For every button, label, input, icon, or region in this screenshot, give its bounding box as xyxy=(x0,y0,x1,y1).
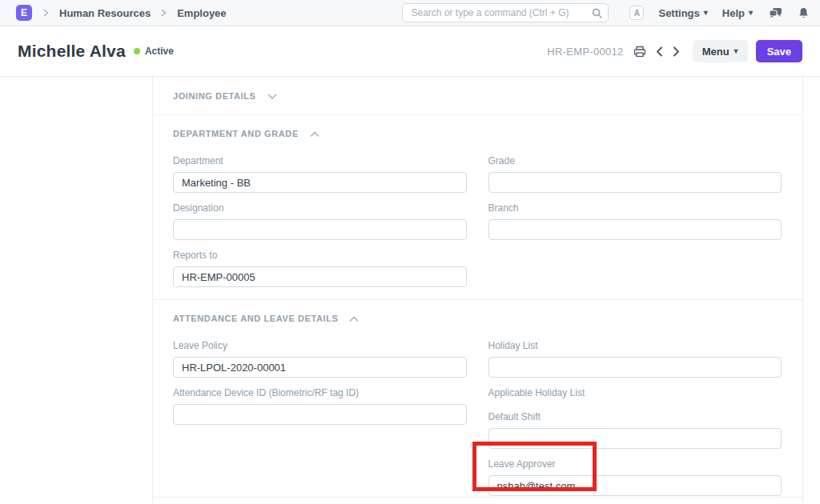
form-column-right: Holiday List Applicable Holiday List Def… xyxy=(488,340,782,504)
document-id: HR-EMP-00012 xyxy=(547,46,623,58)
prev-record-icon[interactable] xyxy=(656,46,663,57)
form-page: JOINING DETAILS DEPARTMENT AND GRADE Dep… xyxy=(0,76,820,504)
chevron-right-icon xyxy=(160,9,167,17)
field-label: Leave Policy xyxy=(173,340,467,351)
caret-down-icon: ▾ xyxy=(734,47,738,55)
field-applicable-holiday-list: Applicable Holiday List xyxy=(488,387,782,398)
user-avatar[interactable]: A xyxy=(629,6,644,20)
reports-to-input[interactable] xyxy=(173,266,467,287)
field-label: Default Shift xyxy=(488,411,782,422)
chevron-down-icon xyxy=(267,89,277,103)
page-title: Michelle Alva xyxy=(18,42,126,61)
form-column-right: Grade Branch xyxy=(488,155,782,297)
chat-icon[interactable] xyxy=(769,7,782,19)
field-label: Reports to xyxy=(173,250,467,261)
section-department-toggle[interactable]: DEPARTMENT AND GRADE xyxy=(173,126,782,141)
field-label: Applicable Holiday List xyxy=(488,387,782,398)
caret-down-icon: ▾ xyxy=(704,9,708,17)
field-leave-policy: Leave Policy xyxy=(173,340,467,378)
section-joining-details-toggle[interactable]: JOINING DETAILS xyxy=(173,89,277,103)
form-column-left: Department Designation Reports to xyxy=(173,155,467,297)
global-search xyxy=(402,3,609,22)
field-default-shift: Default Shift xyxy=(488,411,782,449)
field-leave-approver: Leave Approver xyxy=(488,458,782,496)
status-badge: Active xyxy=(134,46,174,57)
form-column-left: Leave Policy Attendance Device ID (Biome… xyxy=(173,340,467,504)
leave-approver-input[interactable] xyxy=(488,475,782,496)
field-designation: Designation xyxy=(173,202,467,240)
section-department-and-grade: DEPARTMENT AND GRADE Department Designat… xyxy=(153,115,802,300)
chevron-up-icon xyxy=(349,311,359,326)
designation-input[interactable] xyxy=(173,219,467,240)
navbar: E Human Resources Employee A Settings ▾ … xyxy=(0,0,820,26)
page-header: Michelle Alva Active HR-EMP-00012 Menu ▾… xyxy=(0,26,820,76)
field-label: Attendance Device ID (Biometric/RF tag I… xyxy=(173,387,467,398)
breadcrumb-item-doctype[interactable]: Employee xyxy=(177,7,226,19)
navbar-right: A Settings ▾ Help ▾ xyxy=(402,3,809,22)
section-title: ATTENDANCE AND LEAVE DETAILS xyxy=(173,314,338,323)
app-logo[interactable]: E xyxy=(16,5,32,21)
search-icon xyxy=(592,7,602,22)
print-icon[interactable] xyxy=(633,46,646,58)
section-title: DEPARTMENT AND GRADE xyxy=(173,129,299,138)
field-reports-to: Reports to xyxy=(173,250,467,287)
section-attendance-toggle[interactable]: ATTENDANCE AND LEAVE DETAILS xyxy=(173,311,782,326)
save-button[interactable]: Save xyxy=(756,40,802,62)
next-record-icon[interactable] xyxy=(673,46,680,57)
field-branch: Branch xyxy=(488,202,782,240)
field-attendance-device-id: Attendance Device ID (Biometric/RF tag I… xyxy=(173,387,467,425)
form-main-column: JOINING DETAILS DEPARTMENT AND GRADE Dep… xyxy=(152,77,803,504)
breadcrumb-item-module[interactable]: Human Resources xyxy=(59,7,151,19)
field-holiday-list: Holiday List xyxy=(488,340,782,378)
save-button-label: Save xyxy=(767,46,791,58)
field-label: Grade xyxy=(488,155,782,166)
chevron-right-icon xyxy=(42,9,50,17)
field-label: Designation xyxy=(173,202,467,214)
help-label: Help xyxy=(722,7,745,19)
settings-label: Settings xyxy=(658,7,699,19)
menu-button[interactable]: Menu ▾ xyxy=(693,40,748,62)
field-label: Department xyxy=(173,155,467,166)
field-department: Department xyxy=(173,155,467,193)
department-input[interactable] xyxy=(173,172,467,193)
field-grade: Grade xyxy=(488,155,782,193)
attendance-device-id-input[interactable] xyxy=(173,404,467,425)
section-attendance-and-leave: ATTENDANCE AND LEAVE DETAILS Leave Polic… xyxy=(153,300,802,498)
field-label: Leave Approver xyxy=(488,458,782,470)
default-shift-input[interactable] xyxy=(488,428,782,449)
branch-input[interactable] xyxy=(488,219,782,240)
section-title: JOINING DETAILS xyxy=(173,91,256,101)
status-dot-icon xyxy=(134,48,140,54)
settings-menu[interactable]: Settings ▾ xyxy=(658,7,707,19)
leave-policy-input[interactable] xyxy=(173,357,467,378)
help-menu[interactable]: Help ▾ xyxy=(722,7,753,19)
search-input[interactable] xyxy=(402,3,609,22)
grade-input[interactable] xyxy=(488,172,782,193)
breadcrumb: Human Resources Employee xyxy=(42,7,227,19)
caret-down-icon: ▾ xyxy=(749,9,753,17)
menu-button-label: Menu xyxy=(702,46,730,58)
header-actions: HR-EMP-00012 Menu ▾ Save xyxy=(547,40,802,62)
status-label: Active xyxy=(145,46,174,57)
field-label: Holiday List xyxy=(488,340,782,351)
field-label: Branch xyxy=(488,202,782,214)
section-joining-details: JOINING DETAILS xyxy=(153,77,802,115)
chevron-up-icon xyxy=(310,126,320,141)
holiday-list-input[interactable] xyxy=(488,357,782,378)
bell-icon[interactable] xyxy=(798,7,809,19)
